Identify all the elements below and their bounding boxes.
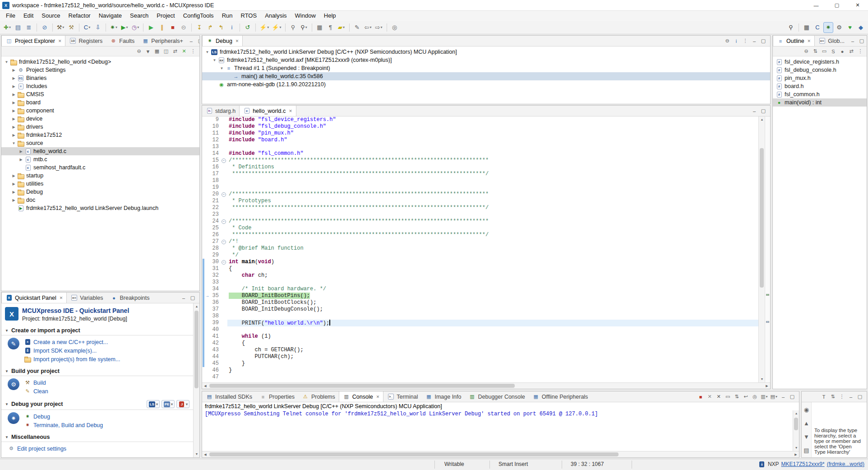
word-wrap-icon[interactable]: ↩ [742, 393, 750, 401]
maximize-icon[interactable]: ▢ [196, 37, 199, 45]
new-c-project-icon[interactable]: C▾ [82, 22, 92, 33]
code-line-37[interactable]: 37 BOARD_InitDebugConsole(); [202, 306, 758, 313]
scroll-up-icon[interactable]: ▲ [793, 410, 799, 417]
clear-console-icon[interactable]: ▭ [724, 393, 732, 401]
expand-arrow-icon[interactable]: ▶ [10, 125, 17, 129]
tree-item-thread-1-1-suspended-breakpoint[interactable]: ▼≡Thread #1 1 (Suspended : Breakpoint) [202, 64, 770, 72]
shield-icon[interactable]: ◆ [856, 22, 866, 33]
resume-icon[interactable]: ▶ [146, 22, 156, 33]
close-icon[interactable]: ✕ [60, 296, 63, 300]
overview-ruler[interactable] [765, 116, 770, 382]
heart-icon[interactable]: ♥ [845, 22, 855, 33]
working-set-icon[interactable]: ▦ [153, 47, 161, 56]
console-vertical-scrollbar[interactable]: ▲ ▼ [793, 410, 799, 451]
fold-collapse-icon[interactable]: − [220, 218, 227, 225]
develop-icon[interactable]: ⚙ [834, 22, 844, 33]
instruction-stepping-icon[interactable]: i [732, 37, 740, 45]
close-window-button[interactable]: ✕ [847, 0, 868, 11]
scroll-up-icon[interactable]: ▲ [194, 303, 199, 310]
disconnect-icon[interactable]: ⊝ [179, 22, 189, 33]
open-element-icon[interactable]: ⚲ [288, 22, 298, 33]
code-line-19[interactable]: 19 [202, 184, 758, 191]
highlight-icon[interactable]: ▰▾ [337, 22, 346, 33]
scroll-right-icon[interactable]: ▶ [764, 383, 770, 389]
quickstart-item-edit-project-settings[interactable]: ⚙Edit project settings [8, 444, 66, 453]
code-line-31[interactable]: 31{ [202, 265, 758, 272]
code-line-41[interactable]: 41 while (1) [202, 333, 758, 340]
code-line-16[interactable]: 16 * Definitions [202, 164, 758, 171]
maximize-icon[interactable]: ▢ [788, 393, 796, 401]
section-collapse-icon[interactable]: ▼ [5, 402, 9, 406]
maximize-icon[interactable]: ▢ [856, 393, 864, 401]
close-icon[interactable]: ✕ [376, 395, 380, 399]
outline-item-fsl-debug-console-h[interactable]: #fsl_debug_console.h [773, 66, 867, 74]
outline-item-main-void-int[interactable]: ●main(void) : int [773, 98, 867, 107]
pin-console-icon[interactable]: ◎ [751, 393, 759, 401]
minimize-window-button[interactable]: — [806, 0, 826, 11]
tree-item-device[interactable]: ▶device [1, 115, 199, 123]
code-line-40[interactable]: 40 [202, 326, 758, 333]
debug-icon[interactable]: ✷▾ [109, 22, 119, 33]
tree-item-frdmke17z512-hello-world-linkserver-debu[interactable]: ▶frdmke17z512_hello_world LinkServer Deb… [1, 204, 199, 212]
collapse-arrow-icon[interactable]: ▼ [218, 66, 225, 70]
tree-item-frdmke17z512[interactable]: ▶frdmke17z512 [1, 131, 199, 139]
code-line-42[interactable]: 42 { [202, 340, 758, 347]
code-line-14[interactable]: 14#include "fsl_common.h" [202, 150, 758, 157]
scrollbar-thumb[interactable] [760, 148, 764, 288]
scrollbar-thumb[interactable] [209, 384, 515, 388]
section-collapse-icon[interactable]: ▼ [5, 329, 9, 333]
build-icon[interactable]: ⚒▾ [55, 22, 65, 33]
tree-item-frdmke17z512-hello-world-axf-mke17z512xx[interactable]: ▼axfrdmke17z512_hello_world.axf [MKE17Z5… [202, 56, 770, 64]
code-line-47[interactable]: 47 [202, 374, 758, 381]
search-icon[interactable]: ⚲▾ [299, 22, 309, 33]
tab-debug[interactable]: ✷Debug✕ [202, 36, 243, 46]
tree-item-drivers[interactable]: ▶drivers [1, 123, 199, 131]
minimize-icon[interactable]: – [750, 107, 758, 115]
tree-item-project-settings[interactable]: ▶⚙Project Settings [1, 66, 199, 74]
menu-window[interactable]: Window [291, 11, 320, 21]
outline-item-board-h[interactable]: #board.h [773, 82, 867, 90]
close-icon[interactable]: ✕ [235, 39, 239, 43]
quickstart-item-terminate-build-and-debug[interactable]: ✷Terminate, Build and Debug [24, 421, 103, 429]
minimize-icon[interactable]: – [779, 393, 787, 401]
fold-collapse-icon[interactable]: − [220, 259, 227, 265]
hide-fields-icon[interactable]: ▭ [820, 47, 828, 56]
open-perspective-icon[interactable]: ▦ [802, 22, 812, 33]
code-line-20[interactable]: 20−/************************************… [202, 191, 758, 198]
scroll-down-icon[interactable]: ▼ [759, 376, 765, 382]
tab-outline[interactable]: ≡Outline✕ [773, 36, 815, 46]
view-menu-icon[interactable]: ⋮ [838, 393, 846, 401]
code-line-34[interactable]: 34 /* Init board hardware. */ [202, 286, 758, 293]
menu-search[interactable]: Search [126, 11, 152, 21]
quickstart-item-create-a-new-c-c-project[interactable]: +Create a new C/C++ project... [24, 338, 120, 346]
outline-item-fsl-device-registers-h[interactable]: #fsl_device_registers.h [773, 58, 867, 66]
section-collapse-icon[interactable]: ▼ [5, 435, 9, 439]
outline-item-pin-mux-h[interactable]: #pin_mux.h [773, 74, 867, 82]
expand-arrow-icon[interactable]: ▶ [10, 109, 17, 113]
code-line-18[interactable]: 18 [202, 177, 758, 184]
fold-collapse-icon[interactable]: − [220, 157, 227, 164]
collapse-all-icon[interactable]: ⊖ [135, 47, 143, 56]
save-icon[interactable]: ▤ [13, 22, 23, 33]
maximize-icon[interactable]: ▢ [759, 37, 767, 45]
step-into-icon[interactable]: ↧ [194, 22, 204, 33]
step-return-icon[interactable]: ↰ [216, 22, 226, 33]
target-project-link[interactable]: (frdmke...world) [827, 461, 864, 467]
hide-static-icon[interactable]: S [829, 47, 837, 56]
collapse-all-icon[interactable]: ⊖ [802, 47, 810, 56]
tree-item-arm-none-eabi-gdb-12-1-90-20221210[interactable]: ◉arm-none-eabi-gdb (12.1.90.20221210) [202, 80, 770, 88]
overview-mark[interactable] [766, 321, 769, 323]
expand-arrow-icon[interactable]: ▶ [10, 93, 17, 97]
run-icon[interactable]: ▶▾ [120, 22, 129, 33]
tab-faults[interactable]: ⊗Faults [106, 36, 138, 46]
code-line-36[interactable]: 36 BOARD_InitBootClocks(); [202, 299, 758, 306]
target-device-link[interactable]: MKE17Z512xxx9* [781, 461, 825, 467]
flash-programmer-icon[interactable]: ⚡▾ [259, 22, 270, 33]
link-with-editor-icon[interactable]: ⇄ [171, 47, 179, 56]
quickstart-item-clean[interactable]: ✎Clean [24, 387, 48, 396]
scrollbar-thumb[interactable] [194, 311, 199, 388]
tree-item-component[interactable]: ▶component [1, 107, 199, 115]
close-icon[interactable]: ✕ [808, 39, 811, 43]
supertypes-icon[interactable]: ▲ [802, 418, 812, 428]
tree-item-source[interactable]: ▼source [1, 139, 199, 147]
